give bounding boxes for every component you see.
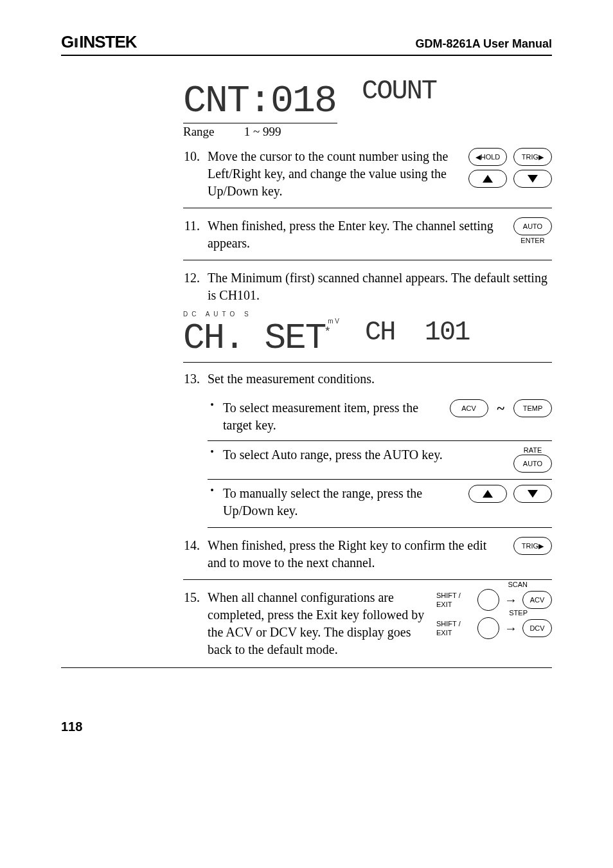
- bullet-text: To select Auto range, press the AUTO key…: [223, 446, 507, 473]
- step-13: 13. Set the measurement conditions.: [183, 370, 552, 388]
- step-text: When finished, press the Right key to co…: [208, 537, 506, 572]
- shift-key[interactable]: [477, 589, 499, 611]
- auto-key[interactable]: AUTO: [513, 455, 552, 473]
- shift-exit-label: SHIFT / EXIT: [436, 591, 476, 610]
- step-num: 14.: [183, 537, 200, 572]
- step-text: When finished, press the Enter key. The …: [208, 217, 506, 252]
- step-text: Move the cursor to the count number usin…: [208, 148, 461, 200]
- dcv-key[interactable]: DCV: [522, 619, 552, 637]
- star-icon: *: [325, 325, 330, 338]
- bullet-text: To select measurement item, press the ta…: [223, 399, 443, 434]
- down-arrow-icon: [528, 490, 538, 498]
- bullet-icon: •: [208, 485, 217, 520]
- hold-key[interactable]: ◀HOLD: [468, 148, 507, 166]
- brand-logo: G⫿INSTEK: [61, 32, 137, 52]
- step-num: 10.: [183, 148, 200, 200]
- step-num: 15.: [183, 589, 200, 658]
- tilde-icon: ~: [497, 400, 504, 417]
- lcd-primary: CNT:018: [183, 82, 336, 120]
- step-11: 11. When finished, press the Enter key. …: [183, 217, 552, 260]
- range-label: Range: [183, 125, 241, 139]
- step-12: 12. The Minimum (first) scanned channel …: [183, 269, 552, 304]
- step-14: 14. When finished, press the Right key t…: [183, 537, 552, 580]
- step-num: 12.: [183, 269, 200, 304]
- up-key[interactable]: [468, 170, 507, 188]
- trig-key[interactable]: TRIG▶: [513, 148, 552, 166]
- arrow-right-icon: →: [504, 620, 517, 637]
- doc-title: GDM-8261A User Manual: [416, 37, 552, 51]
- bullet-icon: •: [208, 446, 217, 473]
- down-key[interactable]: [513, 170, 552, 188]
- down-arrow-icon: [528, 175, 538, 183]
- enter-label: ENTER: [520, 236, 544, 246]
- lcd-chset-secondary: CH 101: [365, 319, 469, 346]
- rate-label: RATE: [524, 446, 542, 454]
- step-text: When all channel configurations are comp…: [208, 589, 429, 658]
- lcd-chset-primary: CH. SET: [183, 318, 325, 359]
- acv-key[interactable]: ACV: [450, 399, 488, 417]
- up-arrow-icon: [483, 490, 493, 498]
- step-text: The Minimum (first) scanned channel appe…: [208, 269, 552, 304]
- auto-enter-key[interactable]: AUTO: [513, 217, 552, 235]
- arrow-right-icon: →: [504, 592, 517, 609]
- lcd-unit: m V*: [328, 318, 339, 340]
- lcd-chset-display: DC AUTO S CH. SETm V* CH 101: [183, 311, 552, 363]
- acv-key[interactable]: ACV: [522, 591, 552, 609]
- lcd-secondary: COUNT: [362, 78, 436, 105]
- step-13-b3: • To manually select the range, press th…: [208, 479, 552, 528]
- trig-key[interactable]: TRIG▶: [513, 537, 552, 555]
- up-arrow-icon: [483, 175, 493, 183]
- down-key[interactable]: [513, 485, 552, 503]
- step-num: 11.: [183, 217, 200, 252]
- step-num: 13.: [183, 370, 200, 388]
- step-label: STEP: [509, 608, 528, 618]
- count-range-row: Range 1 ~ 999: [183, 123, 337, 139]
- range-value: 1 ~ 999: [244, 125, 281, 138]
- shift-key[interactable]: [477, 617, 499, 639]
- shift-exit-label: SHIFT / EXIT: [436, 619, 476, 638]
- bullet-icon: •: [208, 399, 217, 434]
- step-15: 15. When all channel configurations are …: [183, 589, 552, 658]
- bullet-text: To manually select the range, press the …: [223, 485, 462, 520]
- step-10: 10. Move the cursor to the count number …: [183, 148, 552, 208]
- temp-key[interactable]: TEMP: [513, 399, 552, 417]
- page-number: 118: [61, 719, 552, 734]
- step-13-b1: • To select measurement item, press the …: [208, 394, 552, 434]
- scan-label: SCAN: [508, 580, 528, 590]
- section-rule: [61, 667, 552, 668]
- page-header: G⫿INSTEK GDM-8261A User Manual: [61, 32, 552, 56]
- lcd-count-display: CNT:018 COUNT: [183, 82, 552, 120]
- step-text: Set the measurement conditions.: [208, 370, 552, 388]
- step-13-b2: • To select Auto range, press the AUTO k…: [208, 440, 552, 473]
- up-key[interactable]: [468, 485, 507, 503]
- lcd-annunciators: DC AUTO S: [183, 311, 339, 318]
